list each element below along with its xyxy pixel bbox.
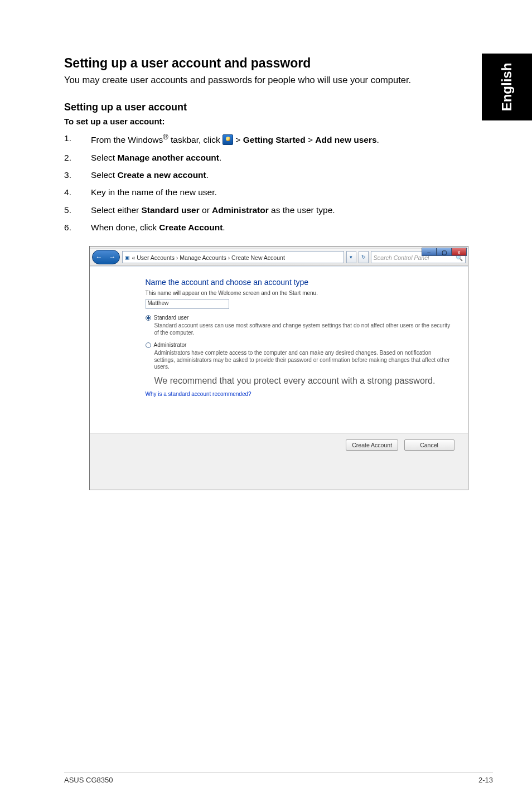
- footer-page: 2-13: [478, 776, 493, 784]
- step-3: Select Create a new account.: [64, 168, 493, 181]
- standard-user-label: Standard user: [154, 315, 189, 321]
- refresh-button[interactable]: ↻: [359, 251, 369, 263]
- step-5: Select either Standard user or Administr…: [64, 204, 493, 216]
- page-heading: Setting up a user account and password: [64, 56, 493, 71]
- language-label: English: [499, 63, 515, 112]
- recommend-text: We recommend that you protect every acco…: [154, 375, 451, 386]
- step-2: Select Manage another account.: [64, 151, 493, 164]
- close-button[interactable]: x: [452, 248, 467, 256]
- breadcrumb-text: « User Accounts › Manage Accounts › Crea…: [132, 254, 285, 261]
- breadcrumb[interactable]: ▣ « User Accounts › Manage Accounts › Cr…: [122, 251, 344, 263]
- forward-icon[interactable]: →: [109, 253, 116, 261]
- standard-user-desc: Standard account users can use most soft…: [154, 322, 451, 336]
- section-subheading: To set up a user account:: [64, 117, 493, 126]
- breadcrumb-dropdown[interactable]: ▾: [346, 251, 356, 263]
- step-6: When done, click Create Account.: [64, 221, 493, 234]
- cancel-button[interactable]: Cancel: [404, 439, 454, 451]
- start-icon: [223, 134, 233, 145]
- steps-list: From the Windows® taskbar, click > Getti…: [64, 132, 493, 234]
- maximize-button[interactable]: ▢: [437, 248, 452, 256]
- administrator-desc: Administrators have complete access to t…: [154, 350, 451, 371]
- screenshot-window: – ▢ x ←→ ▣ « User Accounts › Manage Acco…: [89, 246, 468, 490]
- step-1: From the Windows® taskbar, click > Getti…: [64, 132, 493, 146]
- dialog-title: Name the account and choose an account t…: [146, 278, 451, 287]
- why-link[interactable]: Why is a standard account recommended?: [146, 391, 252, 397]
- dialog-subtext: This name will appear on the Welcome scr…: [146, 290, 451, 296]
- radio-selected-icon: [146, 315, 151, 321]
- minimize-button[interactable]: –: [422, 248, 437, 256]
- back-icon[interactable]: ←: [96, 253, 103, 261]
- administrator-option[interactable]: Administrator Administrators have comple…: [146, 342, 451, 371]
- administrator-label: Administrator: [154, 342, 187, 348]
- control-panel-icon: ▣: [125, 255, 130, 260]
- footer-model: ASUS CG8350: [64, 776, 113, 784]
- registered-mark: ®: [163, 133, 168, 141]
- dialog-body: Name the account and choose an account t…: [90, 266, 468, 433]
- create-account-button[interactable]: Create Account: [346, 439, 398, 451]
- button-row: Create Account Cancel: [90, 433, 468, 490]
- intro-text: You may create user accounts and passwor…: [64, 74, 493, 86]
- step-4: Key in the name of the new user.: [64, 186, 493, 199]
- section-heading: Setting up a user account: [64, 102, 493, 113]
- language-tab: English: [482, 54, 532, 120]
- radio-unselected-icon: [146, 342, 151, 348]
- standard-user-option[interactable]: Standard user Standard account users can…: [146, 315, 451, 336]
- address-bar-row: ←→ ▣ « User Accounts › Manage Accounts ›…: [90, 249, 468, 266]
- search-placeholder: Search Control Panel: [374, 254, 429, 261]
- nav-back-forward[interactable]: ←→: [92, 250, 120, 264]
- window-controls: – ▢ x: [422, 248, 467, 256]
- account-name-input[interactable]: Matthew: [146, 299, 229, 309]
- page-footer: ASUS CG8350 2-13: [64, 772, 493, 784]
